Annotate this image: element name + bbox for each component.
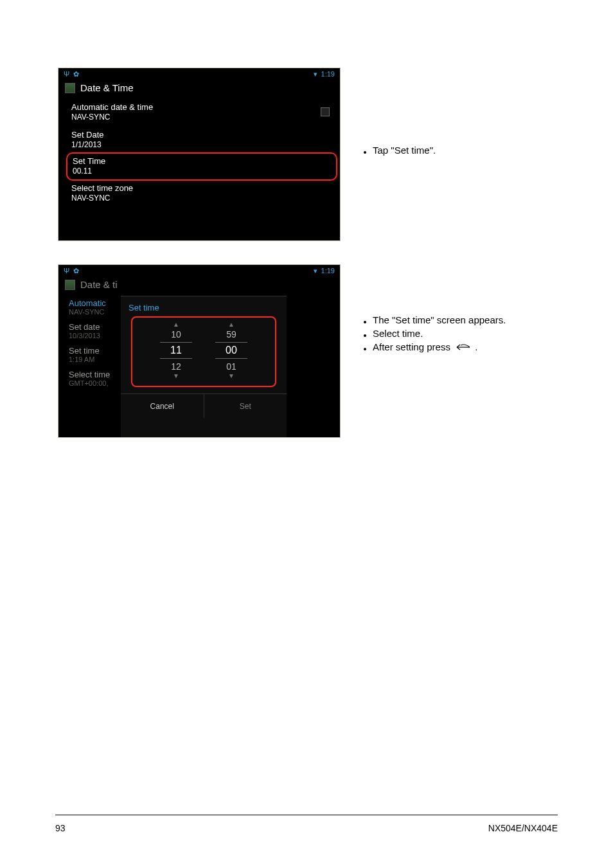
minute-picker[interactable]: ▲ 59 00 01 ▼ [215,321,247,379]
bullet-icon [364,321,366,323]
hour-prev: 10 [160,328,192,341]
modal-title: Set time [121,296,287,315]
instruction-text-part: . [475,341,477,352]
psi-icon: Ψ [64,267,69,275]
settings-section-icon [65,83,75,93]
screenshot-set-time-modal: Ψ ✿ ▾ 1:19 Date & ti Automatic NAV-SYNC … [58,264,341,438]
setting-automatic-date-time[interactable]: Automatic date & time NAV-SYNC [71,98,332,126]
instruction-text: Select time. [373,328,423,339]
screenshot-date-time-settings: Ψ ✿ ▾ 1:19 Date & Time Automatic date & … [58,68,341,241]
setting-label: Set Date [71,130,332,140]
psi-icon: Ψ [64,70,69,78]
status-time: 1:19 [321,267,335,275]
minute-prev: 59 [215,328,247,341]
screen-title-bar: Date & ti [58,276,340,294]
hour-selected: 11 [160,342,192,359]
setting-value: NAV-SYNC [71,113,332,122]
instruction-text: Tap "Set time". [373,145,436,156]
hour-next: 12 [160,360,192,373]
set-button[interactable]: Set [204,394,287,418]
screen-title: Date & Time [80,82,134,93]
chevron-up-icon[interactable]: ▲ [160,321,192,328]
screen-title-bar: Date & Time [58,80,340,97]
screen-title: Date & ti [80,279,118,290]
set-time-modal: Set time ▲ 10 11 12 ▼ ▲ 59 00 01 ▼ [121,296,287,438]
time-picker[interactable]: ▲ 10 11 12 ▼ ▲ 59 00 01 ▼ [131,316,276,387]
setting-value: 00.11 [73,167,331,176]
instruction-bullet: Select time. [364,328,553,339]
chevron-down-icon[interactable]: ▼ [160,373,192,379]
bullet-icon [364,334,366,337]
setting-set-time[interactable]: Set Time 00.11 [66,152,337,181]
hour-picker[interactable]: ▲ 10 11 12 ▼ [160,321,192,379]
status-time: 1:19 [321,70,335,78]
minute-selected: 00 [215,342,247,359]
gear-icon: ✿ [73,267,79,275]
footer-divider [55,815,558,815]
setting-value: 1/1/2013 [71,140,332,149]
page-number: 93 [55,823,66,833]
gear-icon: ✿ [73,70,79,78]
model-number: NX504E/NX404E [488,823,558,833]
instruction-text: After setting press . [373,341,477,354]
settings-section-icon [65,280,75,290]
back-icon [454,343,471,354]
status-bar: Ψ ✿ ▾ 1:19 [58,265,340,276]
setting-value: NAV-SYNC [71,194,332,203]
instruction-text: The "Set time" screen appears. [373,314,506,325]
instruction-bullet: After setting press . [364,341,553,354]
setting-label: Set Time [73,156,331,167]
setting-label: Automatic date & time [71,102,332,113]
instruction-bullet: The "Set time" screen appears. [364,314,553,325]
setting-label: Select time zone [71,183,332,194]
status-bar: Ψ ✿ ▾ 1:19 [58,68,340,80]
wifi-icon: ▾ [314,267,317,275]
wifi-icon: ▾ [314,70,317,78]
setting-select-time-zone[interactable]: Select time zone NAV-SYNC [71,179,332,207]
chevron-down-icon[interactable]: ▼ [215,373,247,379]
minute-next: 01 [215,360,247,373]
bullet-icon [364,348,366,350]
instruction-text-part: After setting press [373,341,453,352]
chevron-up-icon[interactable]: ▲ [215,321,247,328]
setting-set-date[interactable]: Set Date 1/1/2013 [71,126,332,154]
cancel-button[interactable]: Cancel [121,394,204,418]
bullet-icon [364,151,366,154]
instruction-bullet: Tap "Set time". [364,145,553,156]
checkbox-icon[interactable] [321,107,330,116]
